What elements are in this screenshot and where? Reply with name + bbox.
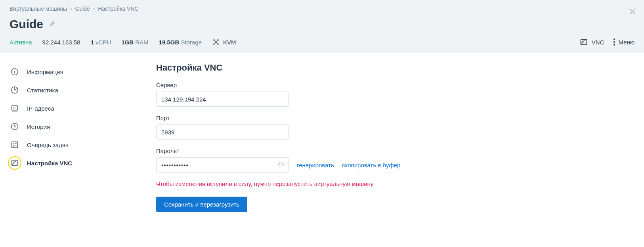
cast-icon [580,38,588,46]
sidebar-item-tasks[interactable]: Очередь задач [10,136,156,154]
vnc-label: VNC [592,39,604,46]
svg-point-4 [215,41,216,42]
page-header: Виртуальные машины › Guide › Настройка V… [0,0,644,53]
password-label: Пароль* [156,147,634,154]
status-badge: Активна [10,39,32,46]
more-vertical-icon [613,38,615,46]
sidebar-item-label: Информация [27,69,63,75]
sidebar-item-label: Статистика [27,87,58,94]
chevron-right-icon: › [93,6,95,12]
svg-point-17 [13,164,13,165]
svg-point-9 [613,44,615,46]
generate-password-link[interactable]: генерировать [297,162,334,168]
info-storage: 19.5GB Storage [159,39,202,46]
info-virt-label: KVM [223,39,236,46]
sidebar-item-ip[interactable]: IP IP-адреса [10,99,156,117]
port-label: Порт [156,115,634,121]
copy-password-link[interactable]: скопировать в буфер [342,162,400,168]
breadcrumb-mid[interactable]: Guide [75,6,90,12]
info-ip: 92.244.163.58 [42,39,80,46]
svg-point-7 [613,38,615,40]
sidebar-item-label: Настройка VNC [27,160,72,167]
svg-rect-16 [12,160,18,165]
server-input[interactable] [156,92,289,107]
page-title: Guide [10,17,43,31]
sidebar-item-info[interactable]: Информация [10,63,156,81]
sidebar-item-vnc[interactable]: Настройка VNC [10,154,156,172]
password-row: генерировать скопировать в буфер [156,157,634,172]
info-ram: 1GB RAM [121,39,148,46]
network-icon [212,38,220,46]
sidebar-item-history[interactable]: История [10,117,156,136]
svg-point-6 [581,43,582,44]
form-heading: Настройка VNC [156,63,634,73]
sidebar-item-label: История [27,123,50,130]
breadcrumb-root[interactable]: Виртуальные машины [10,6,67,12]
svg-point-1 [218,39,219,40]
sidebar-item-stats[interactable]: Статистика [10,81,156,99]
info-cpu: 1 vCPU [91,39,111,46]
edit-icon[interactable] [49,21,55,27]
ip-address-icon: IP [10,103,20,113]
form-row-server: Сервер [156,82,634,107]
header-actions: VNC Меню [580,38,634,46]
svg-text:IP: IP [13,106,15,110]
body: Информация Статистика IP IP-адреса Истор… [0,53,644,222]
info-row: Активна 92.244.163.58 1 vCPU 1GB RAM 19.… [10,38,634,46]
chevron-right-icon: › [70,6,72,12]
info-icon [10,67,20,77]
required-mark: * [177,147,179,154]
breadcrumb-leaf: Настройка VNC [98,6,138,12]
pie-chart-icon [10,85,20,95]
info-ram-label: RAM [135,39,148,46]
checklist-icon [10,140,20,150]
form-row-port: Порт [156,115,634,140]
password-input[interactable] [156,157,289,172]
password-wrap [156,157,289,172]
menu-label: Меню [618,39,634,46]
clock-icon [10,121,20,132]
svg-point-2 [213,44,214,45]
server-label: Сервер [156,82,634,88]
cast-icon [10,158,20,168]
sidebar-item-label: Очередь задач [27,142,69,148]
sidebar-item-label: IP-адреса [27,105,54,112]
breadcrumb: Виртуальные машины › Guide › Настройка V… [10,6,634,12]
title-row: Guide [10,17,634,31]
main-content: Настройка VNC Сервер Порт Пароль* генери… [156,63,634,212]
info-storage-label: Storage [181,39,202,46]
info-storage-value: 19.5GB [159,39,180,46]
info-cpu-label: vCPU [96,39,111,46]
sidebar: Информация Статистика IP IP-адреса Истор… [10,63,156,212]
svg-point-8 [613,41,615,43]
info-virtualization: KVM [212,38,236,46]
eye-icon[interactable] [277,161,285,169]
svg-point-0 [213,39,214,40]
info-cpu-value: 1 [91,39,94,46]
menu-button[interactable]: Меню [613,38,634,46]
svg-rect-15 [12,142,18,148]
info-ram-value: 1GB [121,39,134,46]
warning-text: Чтобы изменения вступили в силу, нужно п… [156,180,634,187]
save-and-reboot-button[interactable]: Сохранить и перезагрузить [156,197,247,212]
vnc-button[interactable]: VNC [580,38,604,46]
form-row-password: Пароль* генерировать скопировать в буфер [156,147,634,172]
svg-point-3 [218,44,219,45]
close-icon[interactable] [629,8,636,15]
port-input[interactable] [156,124,289,140]
